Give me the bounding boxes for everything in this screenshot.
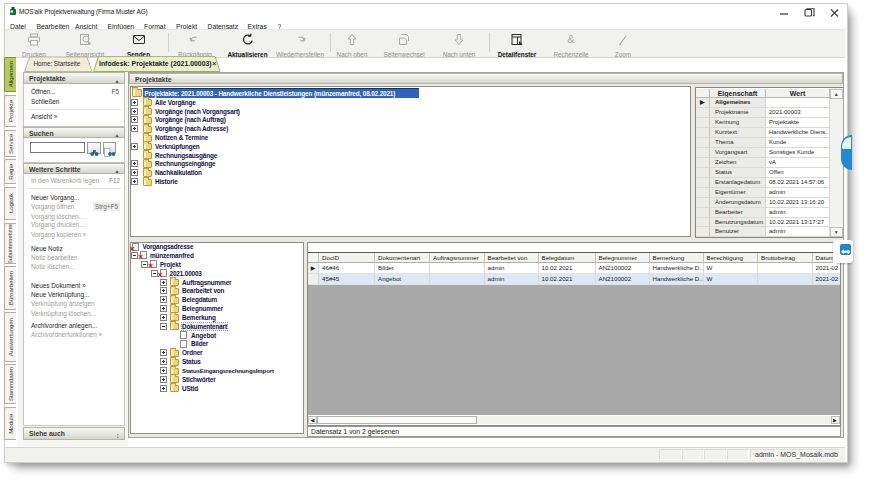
svg-text:&: & [567,33,575,45]
